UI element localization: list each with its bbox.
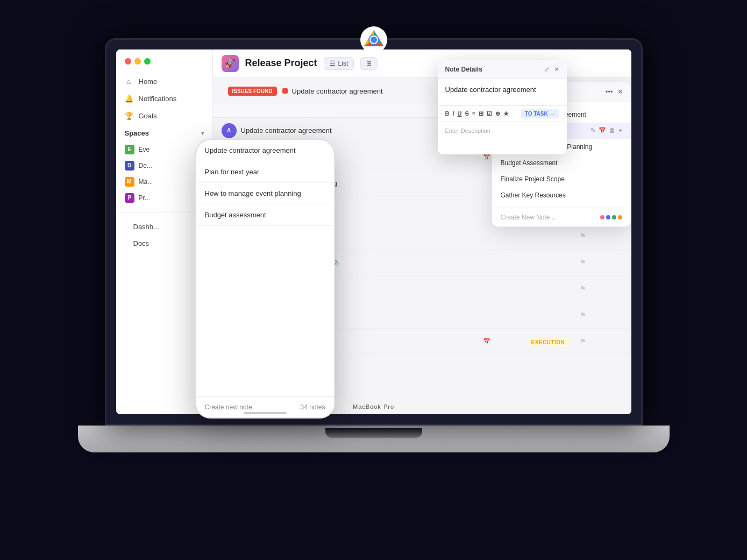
editor-placeholder: Enter Description — [445, 127, 490, 134]
phone-note-3[interactable]: Budget assessment — [196, 204, 334, 226]
maximize-button[interactable] — [144, 58, 151, 65]
issue-dot — [282, 88, 288, 94]
space-project-avatar: P — [125, 193, 134, 203]
sidebar-dashboard[interactable]: Dashb... — [125, 218, 204, 235]
popup-note-title: Update contractor agreement — [445, 86, 559, 94]
toolbar-underline[interactable]: U — [458, 110, 462, 117]
sidebar-item-notifications[interactable]: 🔔 Notifications — [116, 90, 212, 108]
laptop-screen: ⌂ Home 🔔 Notifications 🏆 Goals Spaces ▾ — [105, 38, 643, 426]
panel-note-text-4: Finalize Project Scope — [501, 175, 565, 183]
toolbar-checklist[interactable]: ☑ — [487, 110, 492, 117]
spaces-chevron[interactable]: ▾ — [201, 130, 204, 136]
notes-count: 34 notes — [300, 403, 325, 411]
phone-mockup: 9:41 📶 🔋 ✕ Release Project ••• — [195, 139, 335, 419]
panel-note-5[interactable]: Gather Key Resources — [492, 187, 631, 203]
tab-board[interactable]: ⊞ — [360, 57, 378, 70]
phone-note-0[interactable]: Update contractor agreement — [196, 140, 334, 161]
to-task-button[interactable]: TO TASK → — [521, 109, 559, 118]
space-marketing-avatar: M — [125, 177, 134, 187]
side-panel-close-icon[interactable]: ✕ — [617, 88, 623, 96]
toolbar-italic[interactable]: I — [452, 110, 454, 117]
phone-note-text-1: Plan for next year — [205, 168, 260, 176]
popup-title: Note Details — [445, 66, 482, 73]
phone-note-text-2: How to manage event planning — [205, 189, 301, 197]
list-label: List — [338, 60, 348, 67]
color-dots — [600, 215, 622, 219]
popup-content: Update contractor agreement — [438, 79, 567, 105]
sidebar-docs[interactable]: Docs — [125, 235, 204, 252]
note-details-popup: Note Details ⤢ ✕ Update contractor agree… — [438, 60, 567, 154]
laptop-notch — [325, 428, 422, 438]
color-dot-blue — [606, 215, 610, 219]
toolbar-list[interactable]: ≡ — [472, 110, 475, 117]
notifications-label: Notifications — [139, 95, 177, 103]
panel-note-text-3: Budget Assessment — [501, 159, 558, 167]
home-indicator — [244, 412, 287, 414]
add-icon[interactable]: + — [618, 127, 622, 134]
project-icon: 🚀 — [222, 55, 239, 72]
flag-5: ⚑ — [580, 258, 623, 266]
toolbar-ordered-list[interactable]: ⊞ — [479, 110, 483, 117]
laptop-base — [78, 426, 670, 452]
phone-note-text-0: Update contractor agreement — [205, 146, 296, 154]
phone-note-text-3: Budget assessment — [205, 211, 266, 219]
issues-badge: ISSUES FOUND — [228, 87, 277, 96]
minimize-button[interactable] — [134, 58, 141, 65]
task-date-8: 📅 — [483, 338, 526, 345]
phone-footer: Create new note 34 notes — [196, 396, 334, 417]
flag-4: ⚑ — [580, 232, 623, 240]
home-icon: ⌂ — [125, 77, 133, 86]
edit-icon[interactable]: ✎ — [591, 127, 595, 134]
color-dot-green — [612, 215, 616, 219]
phone-note-1[interactable]: Plan for next year — [196, 161, 334, 183]
flag-8: ⚑ — [580, 337, 623, 345]
svg-point-4 — [371, 37, 377, 43]
sidebar-item-home[interactable]: ⌂ Home — [116, 73, 212, 90]
space-eve-label: Eve — [139, 146, 150, 153]
calendar-icon[interactable]: 📅 — [599, 127, 606, 134]
trash-icon[interactable]: 🗑 — [609, 127, 615, 134]
sidebar-item-goals[interactable]: 🏆 Goals — [116, 108, 212, 125]
tab-list[interactable]: ☰ List — [324, 57, 354, 70]
phone-note-2[interactable]: How to manage event planning — [196, 183, 334, 204]
toolbar-star[interactable]: ★ — [503, 110, 509, 117]
panel-note-text-5: Gather Key Resources — [501, 192, 566, 199]
panel-note-4[interactable]: Finalize Project Scope — [492, 171, 631, 187]
color-dot-red — [600, 215, 604, 219]
popup-toolbar: B I U S ≡ ⊞ ☑ ⊕ ★ TO TASK → — [438, 105, 567, 122]
macbook-label: MacBook Pro — [353, 403, 394, 410]
side-panel-controls: ••• ✕ — [606, 88, 623, 96]
flag-7: ⚑ — [580, 311, 623, 319]
main-header: 🚀 Release Project ☰ List ⊞ — [213, 49, 631, 78]
popup-share-icon[interactable]: ⤢ — [544, 66, 550, 73]
panel-note-3[interactable]: Budget Assessment — [492, 155, 631, 171]
spaces-label: Spaces — [125, 129, 150, 137]
space-design-label: De... — [139, 162, 152, 169]
goals-label: Goals — [139, 112, 157, 120]
stage-badge-8: EXECUTION — [526, 338, 571, 347]
create-note-placeholder[interactable]: Create New Note... — [501, 214, 556, 221]
spaces-section: Spaces ▾ — [116, 125, 212, 141]
traffic-lights — [116, 58, 212, 73]
close-button[interactable] — [125, 58, 131, 65]
popup-header: Note Details ⤢ ✕ — [438, 60, 567, 79]
board-icon: ⊞ — [366, 60, 372, 67]
flag-6: ⚑ — [580, 285, 623, 293]
project-title: Release Project — [245, 58, 317, 69]
toolbar-link[interactable]: ⊕ — [495, 110, 500, 117]
phone-list: Update contractor agreement Plan for nex… — [196, 140, 334, 374]
panel-footer: Create New Note... — [492, 208, 631, 226]
create-note-label[interactable]: Create new note — [205, 403, 252, 411]
toolbar-strikethrough[interactable]: S — [465, 110, 468, 117]
color-dot-yellow — [618, 215, 622, 219]
toolbar-bold[interactable]: B — [445, 110, 450, 117]
bell-icon: 🔔 — [125, 95, 133, 103]
chrome-logo — [360, 26, 387, 55]
avatar-0: A — [222, 123, 237, 138]
note-action-icons: ✎ 📅 🗑 + — [591, 127, 622, 134]
space-project-label: Pr... — [139, 194, 150, 202]
issue-text: Update contractor agreement — [292, 87, 383, 95]
popup-editor[interactable]: Enter Description — [438, 122, 567, 154]
popup-close-icon[interactable]: ✕ — [554, 66, 559, 73]
side-panel-more-icon[interactable]: ••• — [606, 88, 613, 96]
